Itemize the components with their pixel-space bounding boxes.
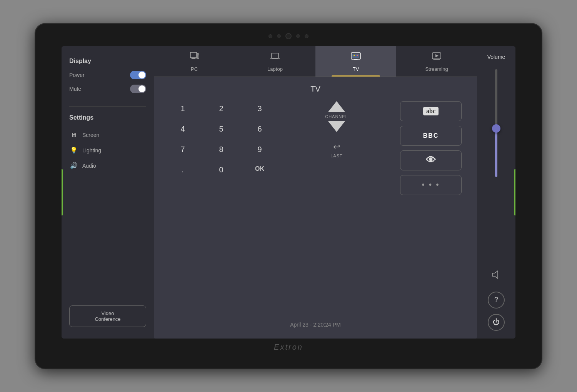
channel-down-button[interactable] bbox=[328, 121, 345, 132]
sidebar-item-lighting[interactable]: 💡 Lighting bbox=[69, 143, 146, 158]
tab-streaming[interactable]: Streaming bbox=[396, 46, 477, 77]
tab-laptop[interactable]: Laptop bbox=[235, 46, 315, 77]
lighting-label: Lighting bbox=[82, 147, 101, 153]
key-8[interactable]: 8 bbox=[208, 142, 235, 157]
volume-track[interactable] bbox=[495, 69, 497, 177]
svg-rect-9 bbox=[352, 54, 359, 58]
key-7[interactable]: 7 bbox=[169, 142, 196, 157]
tab-tv[interactable]: TV bbox=[315, 46, 396, 77]
tab-pc-label: PC bbox=[191, 66, 198, 72]
volume-fill bbox=[495, 128, 497, 177]
svg-rect-0 bbox=[190, 52, 197, 58]
svg-point-10 bbox=[354, 55, 355, 56]
volume-icon bbox=[491, 269, 502, 282]
camera-indicator-3 bbox=[296, 34, 300, 38]
key-4[interactable]: 4 bbox=[169, 122, 196, 137]
last-button[interactable]: ↩ LAST bbox=[330, 142, 343, 158]
svg-marker-16 bbox=[492, 271, 498, 279]
timestamp: April 23 - 2:20:24 PM bbox=[169, 315, 462, 331]
camera-indicator-4 bbox=[305, 34, 309, 38]
display-section-title: Display bbox=[69, 58, 146, 65]
back-icon: ↩ bbox=[333, 142, 340, 152]
lighting-icon: 💡 bbox=[69, 146, 78, 155]
settings-section-title: Settings bbox=[69, 114, 146, 121]
preset-bbc[interactable]: BBC bbox=[400, 126, 462, 146]
preset-abc[interactable]: abc bbox=[400, 101, 462, 121]
bottom-brand: Extron bbox=[35, 339, 542, 356]
handle-left bbox=[62, 169, 63, 215]
settings-divider bbox=[69, 106, 146, 107]
help-icon: ? bbox=[494, 296, 498, 304]
power-label: Power bbox=[69, 72, 85, 78]
key-6[interactable]: 6 bbox=[246, 122, 273, 137]
more-icon: • • • bbox=[422, 180, 440, 189]
key-dot[interactable]: . bbox=[169, 162, 196, 177]
volume-slider-container bbox=[495, 65, 497, 264]
tab-pc[interactable]: PC bbox=[154, 46, 235, 77]
tv-controls: 1 2 3 4 5 6 7 8 9 . 0 OK bbox=[169, 101, 462, 315]
sidebar-item-audio[interactable]: 🔊 Audio bbox=[69, 158, 146, 173]
channel-up-button[interactable] bbox=[328, 101, 345, 112]
svg-rect-1 bbox=[192, 58, 195, 59]
key-3[interactable]: 3 bbox=[246, 101, 273, 116]
key-5[interactable]: 5 bbox=[208, 122, 235, 137]
key-0[interactable]: 0 bbox=[208, 162, 235, 177]
mute-label: Mute bbox=[69, 86, 81, 92]
handle-right bbox=[514, 169, 515, 215]
audio-label: Audio bbox=[82, 163, 96, 169]
tv-icon bbox=[350, 51, 361, 64]
sidebar: Display Power Mute Settings 🖥 Screen bbox=[62, 46, 154, 339]
tab-streaming-label: Streaming bbox=[425, 66, 448, 72]
power-toggle-thumb bbox=[138, 72, 145, 78]
channel-control: CHANNEL ↩ LAST bbox=[325, 101, 348, 158]
pc-icon bbox=[189, 51, 200, 64]
tab-bar: PC Laptop bbox=[154, 46, 477, 77]
volume-thumb[interactable] bbox=[492, 124, 500, 133]
key-9[interactable]: 9 bbox=[246, 142, 273, 157]
camera-indicator-2 bbox=[277, 34, 281, 38]
tab-tv-label: TV bbox=[353, 66, 359, 72]
svg-point-11 bbox=[357, 55, 358, 56]
key-2[interactable]: 2 bbox=[208, 101, 235, 116]
volume-title: Volume bbox=[487, 54, 505, 60]
tv-title: TV bbox=[169, 85, 462, 93]
volume-panel: Volume ? ⏻ bbox=[477, 46, 515, 339]
bbc-logo: BBC bbox=[423, 132, 439, 139]
last-label: LAST bbox=[330, 153, 343, 158]
power-icon: ⏻ bbox=[493, 318, 500, 326]
brand-text: Extron bbox=[274, 343, 303, 352]
laptop-icon bbox=[270, 51, 280, 64]
svg-marker-14 bbox=[435, 54, 439, 57]
audio-icon: 🔊 bbox=[69, 161, 78, 170]
streaming-icon bbox=[431, 51, 442, 64]
screen-area: Display Power Mute Settings 🖥 Screen bbox=[62, 46, 515, 339]
mute-row: Mute bbox=[69, 85, 146, 93]
power-toggle[interactable] bbox=[130, 71, 146, 79]
main-content: PC Laptop bbox=[154, 46, 477, 339]
sidebar-item-screen[interactable]: 🖥 Screen bbox=[69, 127, 146, 143]
preset-cbs[interactable]: 👁 bbox=[400, 150, 462, 170]
power-row: Power bbox=[69, 71, 146, 79]
top-bar bbox=[35, 23, 542, 46]
preset-more[interactable]: • • • bbox=[400, 175, 462, 195]
abc-logo: abc bbox=[423, 107, 439, 115]
tab-laptop-label: Laptop bbox=[267, 66, 283, 72]
mute-toggle-thumb bbox=[138, 85, 145, 92]
help-button[interactable]: ? bbox=[488, 292, 505, 309]
key-1[interactable]: 1 bbox=[169, 101, 196, 116]
tablet-shell: Display Power Mute Settings 🖥 Screen bbox=[35, 23, 542, 369]
video-conference-button[interactable]: VideoConference bbox=[69, 305, 146, 327]
channel-label: CHANNEL bbox=[325, 114, 348, 119]
mute-toggle[interactable] bbox=[130, 85, 146, 93]
power-button[interactable]: ⏻ bbox=[488, 314, 505, 331]
screen-icon: 🖥 bbox=[69, 130, 78, 140]
svg-rect-6 bbox=[272, 53, 278, 58]
svg-rect-3 bbox=[197, 53, 199, 58]
cbs-logo: 👁 bbox=[426, 154, 436, 166]
numpad: 1 2 3 4 5 6 7 8 9 . 0 OK bbox=[169, 101, 273, 177]
camera-lens bbox=[285, 33, 292, 39]
camera-indicator bbox=[268, 34, 272, 38]
channel-presets: abc BBC 👁 • • • bbox=[400, 101, 462, 195]
key-ok[interactable]: OK bbox=[246, 162, 273, 177]
screen-label: Screen bbox=[82, 132, 99, 138]
